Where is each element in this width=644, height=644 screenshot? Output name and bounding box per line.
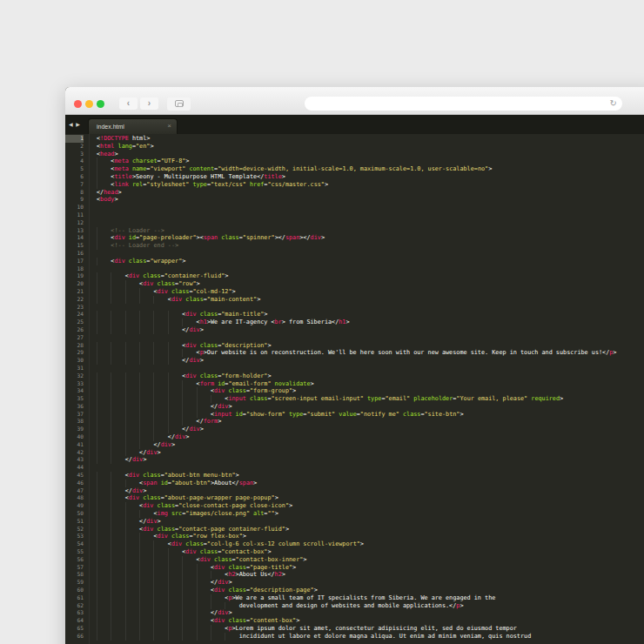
browser-toolbar: ‹ › ↻ [65,87,644,115]
code-line[interactable]: <div class="main-content"> [97,296,644,304]
code-line[interactable]: <div class="row"> [97,280,644,288]
code-line[interactable] [97,219,644,227]
code-line[interactable]: </div> [97,433,644,441]
code-line[interactable] [97,365,644,372]
code-line[interactable]: <span id="about-btn">About</span> [97,480,644,487]
code-line[interactable]: </div> [97,403,644,411]
code-line[interactable]: <p>Lorem ipsum dolor sit amet, consectet… [97,625,644,633]
code-line[interactable]: <div class="close-contact-page close-ico… [97,502,644,510]
line-number: 59 [65,579,84,587]
line-number: 5 [65,165,84,173]
code-line[interactable]: <div class="description"> [97,342,644,350]
code-line[interactable]: </div> [97,579,644,587]
zoom-window-button[interactable] [97,100,104,108]
code-line[interactable]: <div class="row flex-box"> [97,533,644,540]
code-line[interactable]: <img src="images/close.png" alt=""> [97,510,644,518]
code-line[interactable]: <div id="page-preloader"><span class="sp… [97,234,644,242]
code-line[interactable]: <input id="show-form" type="submit" valu… [97,411,644,419]
code-line[interactable]: <h2>About Us</h2> [97,571,644,579]
code-line[interactable]: </div> [97,326,644,334]
url-input[interactable] [305,100,622,114]
line-number: 56 [65,556,84,564]
line-number: 24 [65,311,84,319]
code-line[interactable]: <div class="col-lg-6 col-xs-12 column sc… [97,540,644,548]
url-bar[interactable]: ↻ [305,97,622,111]
code-line[interactable]: development and design of websites and m… [97,602,644,610]
code-line[interactable] [97,304,644,312]
code-line[interactable]: incididunt ut labore et dolore magna ali… [97,633,644,641]
line-number: 54 [65,540,84,548]
code-line[interactable]: </head> [97,189,644,197]
line-number: 20 [65,280,84,288]
line-number: 60 [65,587,84,594]
line-number: 61 [65,594,84,602]
close-window-button[interactable] [74,100,82,108]
code-line[interactable]: </div> [97,441,644,449]
code-line[interactable]: <meta name="viewport" content="width=dev… [97,165,644,173]
code-line[interactable]: <head> [97,151,644,158]
line-number: 65 [65,625,84,633]
code-line[interactable]: <div class="contact-page container-fluid… [97,526,644,533]
code-line[interactable]: <div class="col-md-12"> [97,288,644,296]
line-number: 32 [65,372,84,380]
code-line[interactable]: <div class="about-page-wrapper page-popu… [97,494,644,502]
code-line[interactable]: <div class="contact-box"> [97,548,644,556]
code-line[interactable]: <div class="wrapper"> [97,258,644,265]
tab-scroll-arrows[interactable]: ◀ ▶ [69,121,81,127]
code-line[interactable]: </div> [97,609,644,617]
code-line[interactable]: </div> [97,487,644,495]
tab-scroll-left-icon[interactable]: ◀ [69,122,74,127]
code-line[interactable]: <input class="screen-input email-input" … [97,395,644,403]
line-number: 45 [65,472,84,480]
code-line[interactable]: <div class="about-btn menu-btn"> [97,472,644,480]
code-line[interactable]: <div class="container-fluid"> [97,272,644,280]
code-line[interactable]: <body> [97,196,644,204]
code-line[interactable]: <form id="email-form" novalidate> [97,380,644,388]
line-number: 40 [65,433,84,441]
tab-close-icon[interactable]: × [167,123,171,130]
tab-index-html[interactable]: index.html × [88,118,178,134]
code-line[interactable]: </div> [97,456,644,464]
code-line[interactable]: <meta charset="UTF-8"> [97,158,644,165]
code-line[interactable]: <p>Our website is on reconstruction. We'… [97,349,644,357]
code-line[interactable]: <div class="description-page"> [97,587,644,594]
line-number: 2 [65,143,84,151]
code-line[interactable] [97,250,644,258]
code-line[interactable] [97,265,644,273]
code-line[interactable] [97,334,644,342]
code-line[interactable]: <h1>We are IT-agency <br> from Siberia</… [97,319,644,326]
line-number: 58 [65,571,84,579]
code-line[interactable]: </form> [97,418,644,426]
code-line[interactable]: <link rel="stylesheet" type="text/css" h… [97,181,644,189]
code-line[interactable] [97,211,644,219]
code-line[interactable]: <div class="main-title"> [97,311,644,319]
code-line[interactable]: <!-- Loader end --> [97,242,644,250]
code-line[interactable]: <div class="content-box"> [97,617,644,625]
line-number: 4 [65,158,84,165]
back-button[interactable]: ‹ [119,97,138,110]
line-number: 26 [65,326,84,334]
code-line[interactable] [97,464,644,472]
tab-scroll-right-icon[interactable]: ▶ [76,122,81,127]
code-line[interactable]: <p>We are a small team of IT specialists… [97,594,644,602]
code-line[interactable]: <!-- Loader --> [97,227,644,235]
code-line[interactable]: </div> [97,518,644,526]
line-number: 55 [65,548,84,556]
code-line[interactable]: </div> [97,449,644,457]
code-line[interactable]: <div class="form-group"> [97,387,644,395]
line-number: 12 [65,219,84,227]
code-line[interactable]: <div class="contact-box-inner"> [97,556,644,564]
reload-icon[interactable]: ↻ [610,97,617,110]
code-line[interactable]: <!DOCTYPE html> [97,135,644,143]
forward-button[interactable]: › [140,97,158,110]
code-line[interactable]: <title>Seony - Multipurpose HTML Templat… [97,173,644,181]
code-line[interactable]: <div class="page-title"> [97,564,644,572]
code-line[interactable]: </div> [97,426,644,433]
minimize-window-button[interactable] [85,100,93,108]
line-number: 50 [65,510,84,518]
extension-button[interactable] [167,97,191,111]
code-line[interactable]: <div class="form-holder"> [97,372,644,380]
code-line[interactable]: </div> [97,357,644,365]
code-line[interactable]: <html lang="en"> [97,143,644,151]
code-line[interactable] [97,204,644,211]
